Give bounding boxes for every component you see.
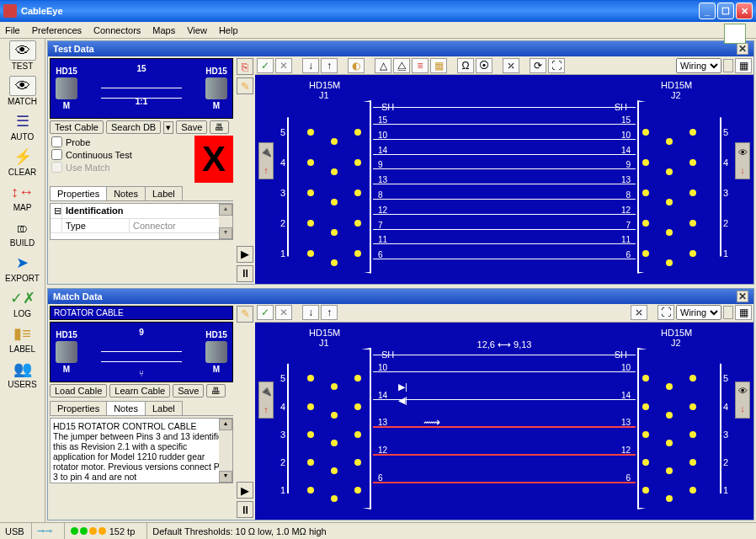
print-button[interactable]: 🖶 (210, 120, 229, 134)
transform-icon[interactable]: ⦿ (476, 58, 492, 73)
lines-icon[interactable]: ≡ (412, 58, 429, 73)
menu-file[interactable]: File (5, 25, 20, 35)
down-arrow-icon[interactable]: ↓ (302, 305, 319, 320)
up-arrow-icon[interactable]: ↑ (321, 305, 338, 320)
tab-properties[interactable]: Properties (50, 401, 107, 415)
menu-help[interactable]: Help (219, 25, 238, 35)
close-button[interactable]: ✕ (736, 3, 753, 19)
x-icon[interactable]: ✕ (275, 58, 292, 73)
sidebar-map[interactable]: ↕↔MAP (3, 182, 42, 212)
app-title: CableEye (21, 6, 697, 16)
expand-icon[interactable]: ⛶ (548, 58, 565, 73)
viewsel-caret[interactable] (723, 306, 733, 319)
x-icon[interactable]: ✕ (275, 305, 292, 320)
sidebar-auto[interactable]: ☰AUTO (3, 111, 42, 141)
export-icon: ➤ (9, 253, 36, 273)
sidebar-export[interactable]: ➤EXPORT (3, 253, 42, 283)
match-toolbar: ✓ ✕ ↓ ↑ ⤫ ⛶ Wiring ▦ (255, 304, 753, 323)
continuous-checkbox[interactable] (51, 149, 62, 160)
pencil-icon[interactable]: ✎ (237, 306, 253, 323)
crossover-icon[interactable]: ⤫ (503, 58, 519, 73)
tab-label[interactable]: Label (145, 186, 183, 200)
sidebar-match[interactable]: 👁MATCH (3, 76, 42, 106)
test-panel-close[interactable]: ✕ (737, 43, 748, 55)
triangle2-icon[interactable]: ⧋ (393, 58, 410, 73)
grid-icon[interactable]: ▦ (735, 305, 752, 320)
statusbar: USB ⊸⊸ 152 tp Default Thresholds: 10 Ω l… (0, 522, 756, 539)
viewsel-caret[interactable] (723, 59, 733, 72)
minimize-button[interactable]: _ (699, 3, 716, 19)
right-connector-side-icon[interactable]: 👁↓ (735, 382, 750, 419)
pause-button[interactable]: ⏸ (237, 265, 253, 282)
print-button[interactable]: 🖶 (206, 384, 226, 398)
notes-textarea[interactable]: HD15 ROTATOR CONTROL CABLE The jumper be… (50, 418, 233, 483)
menu-view[interactable]: View (187, 25, 207, 35)
left-connector-side-icon[interactable]: 🔌↑ (258, 142, 274, 179)
grid-icon[interactable]: ▦ (735, 58, 752, 73)
scroll-up[interactable]: ▴ (219, 419, 232, 430)
tab-notes[interactable]: Notes (106, 401, 146, 415)
tab-notes[interactable]: Notes (106, 186, 146, 200)
search-db-button[interactable]: Search DB (106, 120, 161, 134)
right-connector-side-icon[interactable]: 👁↓ (735, 142, 750, 179)
view-selector[interactable]: Wiring (676, 58, 721, 73)
probe-checkbox[interactable] (51, 136, 62, 147)
match-data-panel: Match Data ✕ ROTATOR CABLE HD15M 9 ⑂ HD1… (47, 288, 754, 520)
test-panel-title: Test Data ✕ (48, 41, 753, 56)
down-arrow-icon[interactable]: ↓ (302, 58, 319, 73)
expand-icon[interactable]: ⛶ (658, 305, 674, 320)
eye-icon: 👁 (9, 76, 36, 96)
scroll-down[interactable]: ▾ (219, 227, 232, 239)
match-diagram[interactable]: 🔌↑ 👁↓ HD15MJ1HD15MJ2SHSH12,6 ⟷ 9,1355443… (255, 323, 753, 520)
crossover-icon[interactable]: ⤫ (631, 305, 647, 320)
ohm-icon[interactable]: Ω (457, 58, 474, 73)
test-data-panel: Test Data ✕ HD15M 15 1:1 HD15M Test Cabl… (47, 40, 754, 285)
save-button[interactable]: Save (173, 384, 204, 398)
sidebar-build[interactable]: ⎄BUILD (3, 217, 42, 248)
menu-preferences[interactable]: Preferences (32, 25, 82, 35)
search-db-dropdown[interactable]: ▾ (163, 121, 173, 134)
match-panel-title: Match Data ✕ (48, 289, 753, 304)
link-icon[interactable]: ⎘ (237, 58, 253, 75)
match-panel-close[interactable]: ✕ (737, 291, 748, 302)
sidebar-users[interactable]: 👥USERS (3, 359, 42, 389)
check-icon[interactable]: ✓ (257, 58, 274, 73)
refresh-icon[interactable]: ⟳ (530, 58, 546, 73)
learn-cable-button[interactable]: Learn Cable (109, 384, 170, 398)
properties-grid[interactable]: ⊟Identification TypeConnector ▴▾ (50, 203, 233, 240)
sidebar-test[interactable]: 👁TEST (3, 40, 42, 71)
pencil-icon[interactable]: ✎ (237, 77, 253, 94)
test-toolbar: ✓ ✕ ↓ ↑ ◐ △ ⧋ ≡ ▦ Ω ⦿ (255, 56, 753, 75)
test-cable-thumb: HD15M 15 1:1 HD15M (50, 58, 233, 119)
usb-label: USB (5, 526, 24, 536)
save-button[interactable]: Save (176, 120, 207, 134)
play-button[interactable]: ▶ (237, 482, 253, 499)
load-cable-button[interactable]: Load Cable (50, 384, 107, 398)
tab-properties[interactable]: Properties (50, 186, 107, 200)
midcol-match: ✎ ▶ ⏸ (235, 304, 255, 520)
list-icon: ☰ (9, 111, 36, 131)
grid-icon[interactable]: ▦ (430, 58, 447, 73)
menu-connectors[interactable]: Connectors (93, 25, 141, 35)
check-icon[interactable]: ✓ (257, 305, 274, 320)
sidebar-clear[interactable]: ⚡CLEAR (3, 147, 42, 177)
pause-button[interactable]: ⏸ (237, 501, 253, 518)
threshold-label: Default Thresholds: 10 Ω low, 1.0 MΩ hig… (146, 523, 751, 539)
scroll-up[interactable]: ▴ (219, 204, 232, 216)
view-selector[interactable]: Wiring (676, 305, 721, 320)
sidebar-log[interactable]: ✓✗LOG (3, 288, 42, 318)
sidebar-label[interactable]: ▮≡LABEL (3, 323, 42, 354)
calculator-icon[interactable] (724, 24, 746, 44)
test-cable-button[interactable]: Test Cable (50, 120, 104, 134)
menu-maps[interactable]: Maps (152, 25, 175, 35)
up-arrow-icon[interactable]: ↑ (321, 58, 338, 73)
scroll-down[interactable]: ▾ (219, 471, 232, 483)
left-connector-side-icon[interactable]: 🔌↑ (258, 382, 274, 419)
maximize-button[interactable]: ☐ (717, 3, 734, 19)
triangle-icon[interactable]: △ (375, 58, 391, 73)
tab-label[interactable]: Label (145, 401, 183, 415)
test-diagram[interactable]: 🔌↑ 👁↓ HD15MJ1HD15MJ2SHSH5544332211151510… (255, 75, 753, 284)
play-button[interactable]: ▶ (237, 246, 253, 263)
palette-icon[interactable]: ◐ (348, 58, 365, 73)
menubar: File Preferences Connectors Maps View He… (0, 22, 756, 39)
